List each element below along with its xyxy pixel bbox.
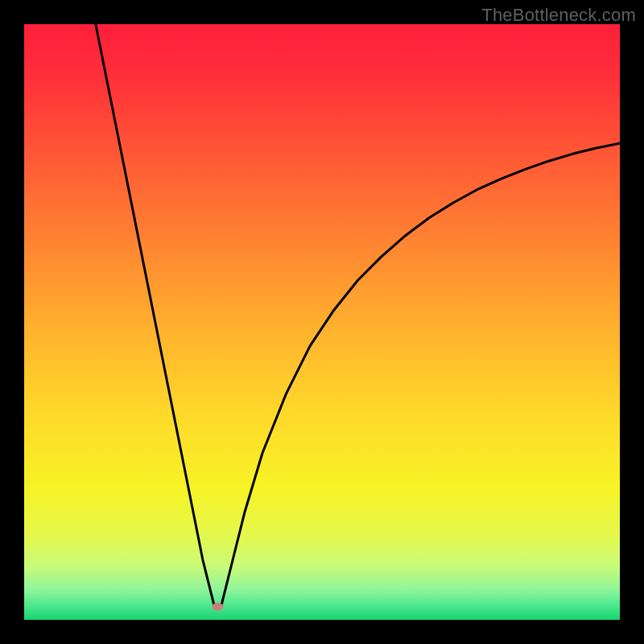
watermark-label: TheBottleneck.com [481, 5, 636, 26]
bottleneck-chart [24, 24, 620, 620]
notch-marker [213, 603, 224, 611]
chart-stage: TheBottleneck.com [0, 0, 644, 644]
plot-frame [24, 24, 620, 620]
